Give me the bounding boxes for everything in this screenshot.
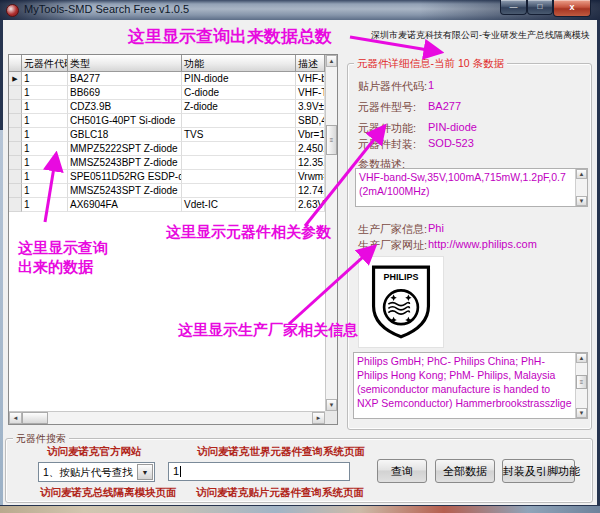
params-textarea[interactable]: VHF-band-Sw,35V,100mA,715mW,1.2pF,0.7 (2… <box>355 168 588 207</box>
cell-func: Vdet-IC <box>182 198 296 212</box>
field-model: 元器件型号: BA277 <box>358 100 416 115</box>
scroll-up-icon[interactable]: ▲ <box>326 55 337 67</box>
row-selector <box>9 114 22 128</box>
cell-code: 1 <box>22 156 68 170</box>
scroll-right-icon[interactable]: ► <box>312 412 325 424</box>
scroll-left-icon[interactable]: ◄ <box>9 412 22 424</box>
params-scrollbar[interactable]: ▲ ▼ <box>575 169 587 206</box>
cell-code: 1 <box>22 86 68 100</box>
table-row[interactable]: 1SPE0511D52RG ESDP-diodeVrwm=15 <box>9 170 325 184</box>
scroll-down-icon[interactable]: ▼ <box>576 196 587 206</box>
philips-shield-icon: PHILIPS <box>369 264 433 340</box>
cell-type: MMSZ5243SPT Z-diode <box>68 184 182 198</box>
search-input-value: 1 <box>173 465 179 477</box>
table-row[interactable]: 1MMSZ5243BPT Z-diode12.35..1 <box>9 156 325 170</box>
table-row[interactable]: 1CH501G-40PT Si-diodeSBD,45V <box>9 114 325 128</box>
field-code-label: 贴片器件代码: <box>358 80 427 92</box>
table-row[interactable]: 1MMSZ5243SPT Z-diode12.74..1 <box>9 184 325 198</box>
cell-func <box>182 184 296 198</box>
cell-desc: Vbr=18V <box>296 128 325 142</box>
philips-wordmark: PHILIPS <box>384 272 419 282</box>
cell-type: MMPZ5222SPT Z-diode <box>68 142 182 156</box>
cell-func <box>182 142 296 156</box>
cell-func: C-diode <box>182 86 296 100</box>
manufacturer-url-value: http://www.philips.com <box>428 238 537 250</box>
field-code-value: 1 <box>428 79 434 91</box>
scroll-up-icon[interactable]: ▲ <box>576 353 587 363</box>
cell-func: Z-diode <box>182 100 296 114</box>
annotation-params: 这里显示元器件相关参数 <box>166 223 331 242</box>
scrollbar-thumb[interactable]: ≡ <box>576 375 587 389</box>
cell-type: AX6904FA <box>68 198 182 212</box>
cell-desc: 12.35..1 <box>296 156 325 170</box>
field-function-label: 元器件功能: <box>358 122 416 134</box>
cell-desc: Vrwm=15 <box>296 170 325 184</box>
close-button[interactable]: x <box>553 0 591 17</box>
all-data-button[interactable]: 全部数据 <box>435 459 495 483</box>
row-selector <box>9 100 22 114</box>
manufacturer-textarea[interactable]: Philips GmbH; PhC- Philips China; PhH- P… <box>353 352 588 419</box>
scrollbar-thumb[interactable] <box>22 412 48 424</box>
column-header-type[interactable]: 类型 <box>68 55 182 72</box>
table-row[interactable]: ▶1BA277PIN-diodeVHF-ban <box>9 72 325 86</box>
link-smd-query-system[interactable]: 访问麦诺克贴片元器件查询系统页面 <box>196 486 364 500</box>
params-text: VHF-band-Sw,35V,100mA,715mW,1.2pF,0.7 (2… <box>356 169 575 206</box>
annotation-manufacturer: 这里显示生产厂家相关信息 <box>178 321 358 340</box>
grid-header: 元器件代码 类型 功能 描述 <box>9 55 325 72</box>
cell-type: BA277 <box>68 72 182 86</box>
row-selector <box>9 170 22 184</box>
row-selector <box>9 128 22 142</box>
link-bus-isolation-page[interactable]: 访问麦诺克总线隔离模块页面 <box>40 486 177 500</box>
maximize-button[interactable]: □ <box>527 0 553 15</box>
table-row[interactable]: 1MMPZ5222SPT Z-diode2.450..2 <box>9 142 325 156</box>
cell-code: 1 <box>22 170 68 184</box>
desktop-edge <box>0 130 3 505</box>
query-button[interactable]: 查询 <box>377 459 427 483</box>
field-model-label: 元器件型号: <box>358 101 416 113</box>
table-row[interactable]: 1GBLC18TVSVbr=18V <box>9 128 325 142</box>
scrollbar-corner <box>325 411 337 424</box>
link-official-site[interactable]: 访问麦诺克官方网站 <box>47 445 142 459</box>
minimize-button[interactable]: — <box>500 0 527 15</box>
annotation-query-data: 这里显示查询 出来的数据 <box>18 238 108 276</box>
column-header-description[interactable]: 描述 <box>296 55 325 72</box>
row-selector <box>9 142 22 156</box>
row-selector <box>9 86 22 100</box>
cell-code: 1 <box>22 114 68 128</box>
manufacturer-scrollbar[interactable]: ▲ ≡ ▼ <box>575 353 587 418</box>
package-pin-button[interactable]: 封装及引脚功能 <box>502 459 575 483</box>
chevron-down-icon[interactable]: ▼ <box>137 464 153 480</box>
table-row[interactable]: 1AX6904FAVdet-IC2.63V±1 <box>9 198 325 212</box>
manufacturer-info-label: 生产厂家信息: <box>358 223 427 235</box>
annotation-total-count: 这里显示查询出来数据总数 <box>128 25 332 48</box>
cell-type: GBLC18 <box>68 128 182 142</box>
field-model-value: BA277 <box>428 100 461 112</box>
cell-type: CH501G-40PT Si-diode <box>68 114 182 128</box>
field-manufacturer-info: 生产厂家信息: Phi <box>358 222 427 237</box>
scroll-down-icon[interactable]: ▼ <box>576 408 587 418</box>
details-group-title: 元器件详细信息-当前 10 条数据 <box>354 57 507 71</box>
cell-func <box>182 114 296 128</box>
cell-code: 1 <box>22 198 68 212</box>
manufacturer-logo: PHILIPS <box>358 256 444 348</box>
field-manufacturer-url: 生产厂家网址: http://www.philips.com <box>358 238 427 253</box>
link-world-query-system[interactable]: 访问麦诺克世界元器件查询系统页面 <box>197 445 365 459</box>
cell-func <box>182 170 296 184</box>
scroll-up-icon[interactable]: ▲ <box>576 169 587 179</box>
table-row[interactable]: 1CDZ3.9BZ-diode3.9V±2.5 <box>9 100 325 114</box>
column-header-code[interactable]: 元器件代码 <box>22 55 68 72</box>
scrollbar-thumb[interactable]: ≡ <box>326 125 337 155</box>
scroll-down-icon[interactable]: ▼ <box>326 399 337 411</box>
cell-desc: 3.9V±2.5 <box>296 100 325 114</box>
table-row[interactable]: 1BB669C-diodeVHF-Tun <box>9 86 325 100</box>
desktop-strip <box>0 506 600 513</box>
search-mode-dropdown[interactable]: 1、按贴片代号查找 ▼ <box>38 462 155 482</box>
search-input[interactable]: 1 <box>168 462 350 481</box>
cell-code: 1 <box>22 72 68 86</box>
cell-type: CDZ3.9B <box>68 100 182 114</box>
cell-type: SPE0511D52RG ESDP-diode <box>68 170 182 184</box>
field-code: 贴片器件代码: 1 <box>358 79 427 94</box>
grid-horizontal-scrollbar[interactable]: ◄ ► <box>9 411 325 424</box>
column-header-function[interactable]: 功能 <box>182 55 296 72</box>
cell-desc: 12.74..1 <box>296 184 325 198</box>
